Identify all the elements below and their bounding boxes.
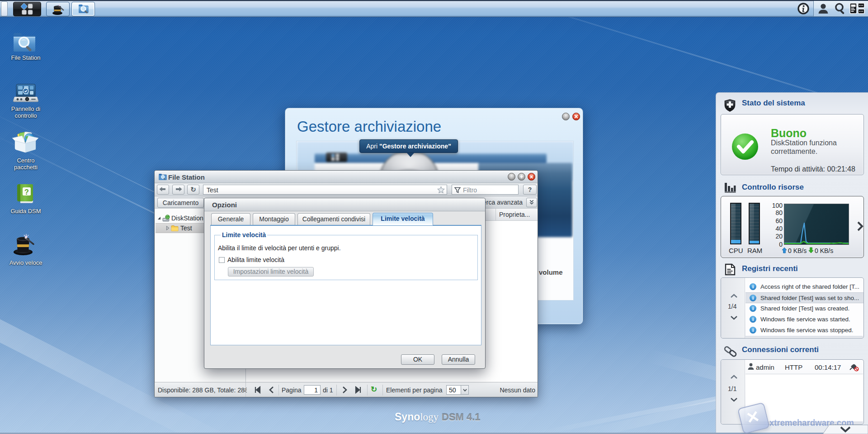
svg-text:?: ? <box>24 188 29 196</box>
